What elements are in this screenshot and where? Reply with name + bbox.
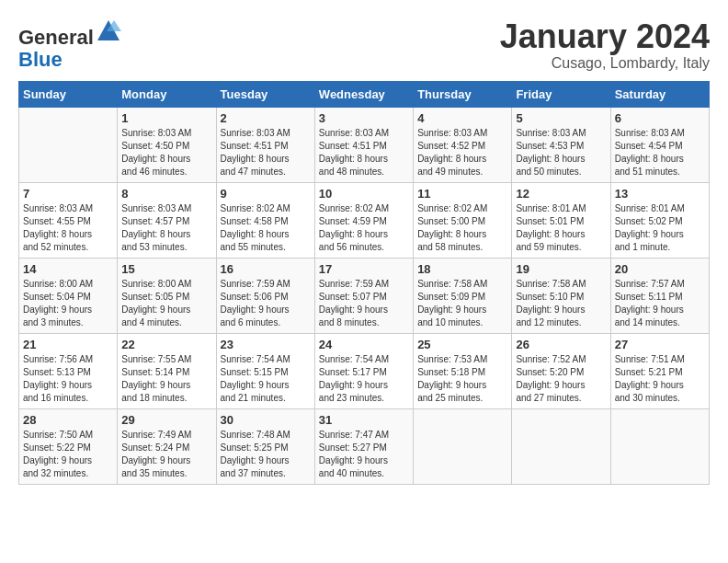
calendar-cell: 27Sunrise: 7:51 AMSunset: 5:21 PMDayligh… (610, 333, 709, 408)
day-info: Sunrise: 7:50 AMSunset: 5:22 PMDaylight:… (23, 429, 113, 480)
day-number: 21 (23, 338, 113, 351)
day-number: 6 (615, 111, 705, 125)
header-thursday: Thursday (414, 81, 512, 107)
header-wednesday: Wednesday (314, 81, 413, 107)
day-info: Sunrise: 7:56 AMSunset: 5:13 PMDaylight:… (23, 353, 113, 405)
day-number: 18 (417, 262, 507, 276)
day-info: Sunrise: 8:01 AMSunset: 5:01 PMDaylight:… (516, 202, 606, 254)
calendar-cell: 14Sunrise: 8:00 AMSunset: 5:04 PMDayligh… (19, 258, 118, 333)
calendar-cell: 10Sunrise: 8:02 AMSunset: 4:59 PMDayligh… (314, 182, 413, 258)
day-number: 13 (615, 187, 705, 201)
calendar-cell: 26Sunrise: 7:52 AMSunset: 5:20 PMDayligh… (512, 333, 610, 408)
calendar-cell: 23Sunrise: 7:54 AMSunset: 5:15 PMDayligh… (216, 333, 314, 408)
day-number: 5 (516, 111, 606, 125)
calendar-cell: 4Sunrise: 8:03 AMSunset: 4:52 PMDaylight… (414, 107, 512, 182)
week-row-3: 14Sunrise: 8:00 AMSunset: 5:04 PMDayligh… (19, 258, 710, 333)
day-number: 24 (319, 338, 409, 351)
calendar-cell: 12Sunrise: 8:01 AMSunset: 5:01 PMDayligh… (512, 182, 610, 258)
day-number: 10 (319, 187, 409, 201)
day-info: Sunrise: 8:03 AMSunset: 4:51 PMDaylight:… (319, 127, 409, 178)
day-info: Sunrise: 8:00 AMSunset: 5:05 PMDaylight:… (121, 278, 211, 329)
day-number: 23 (221, 338, 311, 351)
day-number: 7 (23, 187, 113, 201)
calendar-cell: 11Sunrise: 8:02 AMSunset: 5:00 PMDayligh… (414, 182, 512, 258)
week-row-1: 1Sunrise: 8:03 AMSunset: 4:50 PMDaylight… (19, 107, 710, 182)
day-info: Sunrise: 7:48 AMSunset: 5:25 PMDaylight:… (221, 429, 311, 480)
calendar-table: SundayMondayTuesdayWednesdayThursdayFrid… (18, 81, 710, 485)
day-number: 15 (121, 262, 211, 276)
header-saturday: Saturday (610, 81, 709, 107)
header-sunday: Sunday (19, 81, 118, 107)
day-info: Sunrise: 8:02 AMSunset: 5:00 PMDaylight:… (417, 202, 507, 254)
calendar-cell: 13Sunrise: 8:01 AMSunset: 5:02 PMDayligh… (610, 182, 709, 258)
day-number: 9 (221, 187, 311, 201)
day-info: Sunrise: 7:57 AMSunset: 5:11 PMDaylight:… (615, 278, 705, 329)
logo-blue-text: Blue (18, 48, 63, 71)
calendar-cell: 20Sunrise: 7:57 AMSunset: 5:11 PMDayligh… (610, 258, 709, 333)
calendar-cell: 30Sunrise: 7:48 AMSunset: 5:25 PMDayligh… (216, 408, 314, 484)
day-info: Sunrise: 7:59 AMSunset: 5:06 PMDaylight:… (221, 278, 311, 329)
calendar-cell: 1Sunrise: 8:03 AMSunset: 4:50 PMDaylight… (118, 107, 216, 182)
calendar-cell: 17Sunrise: 7:59 AMSunset: 5:07 PMDayligh… (314, 258, 413, 333)
day-info: Sunrise: 7:54 AMSunset: 5:17 PMDaylight:… (319, 353, 409, 405)
day-number: 31 (319, 413, 409, 427)
header-friday: Friday (512, 81, 610, 107)
calendar-cell: 18Sunrise: 7:58 AMSunset: 5:09 PMDayligh… (414, 258, 512, 333)
day-number: 26 (516, 338, 606, 351)
day-info: Sunrise: 8:03 AMSunset: 4:52 PMDaylight:… (417, 127, 507, 178)
calendar-cell: 24Sunrise: 7:54 AMSunset: 5:17 PMDayligh… (314, 333, 413, 408)
day-info: Sunrise: 7:52 AMSunset: 5:20 PMDaylight:… (516, 353, 606, 405)
day-number: 2 (221, 111, 311, 125)
day-info: Sunrise: 8:03 AMSunset: 4:57 PMDaylight:… (121, 202, 211, 254)
calendar-cell: 9Sunrise: 8:02 AMSunset: 4:58 PMDaylight… (216, 182, 314, 258)
calendar-cell: 22Sunrise: 7:55 AMSunset: 5:14 PMDayligh… (118, 333, 216, 408)
header-monday: Monday (118, 81, 216, 107)
location-subtitle: Cusago, Lombardy, Italy (500, 55, 710, 72)
calendar-cell: 3Sunrise: 8:03 AMSunset: 4:51 PMDaylight… (314, 107, 413, 182)
day-info: Sunrise: 8:03 AMSunset: 4:55 PMDaylight:… (23, 202, 113, 254)
day-number: 14 (23, 262, 113, 276)
calendar-cell: 2Sunrise: 8:03 AMSunset: 4:51 PMDaylight… (216, 107, 314, 182)
day-number: 1 (121, 111, 211, 125)
day-info: Sunrise: 7:53 AMSunset: 5:18 PMDaylight:… (417, 353, 507, 405)
day-number: 30 (221, 413, 311, 427)
day-info: Sunrise: 7:58 AMSunset: 5:09 PMDaylight:… (417, 278, 507, 329)
title-block: January 2024 Cusago, Lombardy, Italy (500, 18, 710, 72)
calendar-cell: 8Sunrise: 8:03 AMSunset: 4:57 PMDaylight… (118, 182, 216, 258)
day-info: Sunrise: 8:03 AMSunset: 4:50 PMDaylight:… (121, 127, 211, 178)
day-info: Sunrise: 8:03 AMSunset: 4:53 PMDaylight:… (516, 127, 606, 178)
calendar-cell: 19Sunrise: 7:58 AMSunset: 5:10 PMDayligh… (512, 258, 610, 333)
calendar-cell (414, 408, 512, 484)
calendar-cell: 28Sunrise: 7:50 AMSunset: 5:22 PMDayligh… (19, 408, 118, 484)
day-info: Sunrise: 7:51 AMSunset: 5:21 PMDaylight:… (615, 353, 705, 405)
day-info: Sunrise: 7:58 AMSunset: 5:10 PMDaylight:… (516, 278, 606, 329)
calendar-cell: 5Sunrise: 8:03 AMSunset: 4:53 PMDaylight… (512, 107, 610, 182)
calendar-cell: 25Sunrise: 7:53 AMSunset: 5:18 PMDayligh… (414, 333, 512, 408)
logo-general-text: General (18, 26, 94, 49)
day-number: 19 (516, 262, 606, 276)
day-number: 29 (121, 413, 211, 427)
day-number: 28 (23, 413, 113, 427)
logo: General Blue (18, 18, 121, 71)
day-info: Sunrise: 8:01 AMSunset: 5:02 PMDaylight:… (615, 202, 705, 254)
day-number: 22 (121, 338, 211, 351)
calendar-cell: 6Sunrise: 8:03 AMSunset: 4:54 PMDaylight… (610, 107, 709, 182)
week-row-2: 7Sunrise: 8:03 AMSunset: 4:55 PMDaylight… (19, 182, 710, 258)
day-info: Sunrise: 8:02 AMSunset: 4:58 PMDaylight:… (221, 202, 311, 254)
calendar-cell (512, 408, 610, 484)
header-row: SundayMondayTuesdayWednesdayThursdayFrid… (19, 81, 710, 107)
day-number: 20 (615, 262, 705, 276)
logo-icon (96, 18, 121, 44)
calendar-cell: 16Sunrise: 7:59 AMSunset: 5:06 PMDayligh… (216, 258, 314, 333)
day-number: 12 (516, 187, 606, 201)
calendar-cell: 29Sunrise: 7:49 AMSunset: 5:24 PMDayligh… (118, 408, 216, 484)
week-row-4: 21Sunrise: 7:56 AMSunset: 5:13 PMDayligh… (19, 333, 710, 408)
day-info: Sunrise: 7:54 AMSunset: 5:15 PMDaylight:… (221, 353, 311, 405)
day-number: 16 (221, 262, 311, 276)
day-number: 4 (417, 111, 507, 125)
day-info: Sunrise: 8:03 AMSunset: 4:51 PMDaylight:… (221, 127, 311, 178)
month-title: January 2024 (500, 18, 710, 55)
calendar-cell: 7Sunrise: 8:03 AMSunset: 4:55 PMDaylight… (19, 182, 118, 258)
page-header: General Blue January 2024 Cusago, Lombar… (18, 18, 710, 72)
calendar-cell (610, 408, 709, 484)
